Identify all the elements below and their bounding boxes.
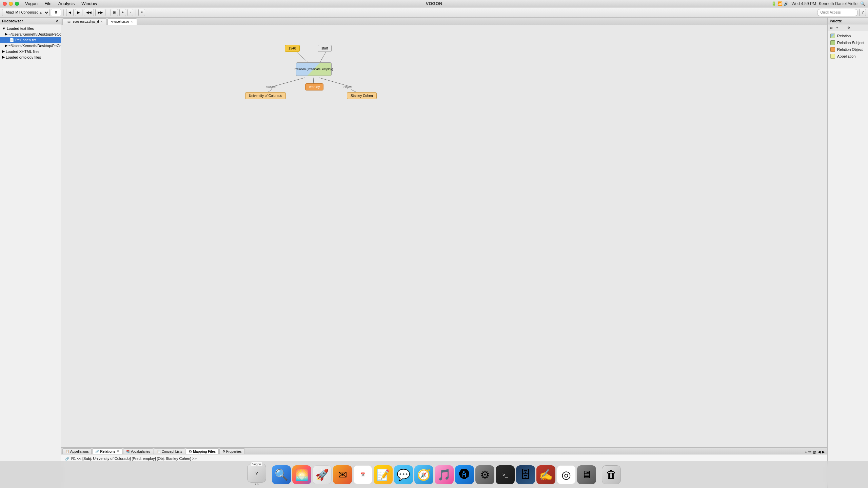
dock-app-scrivener[interactable]: ✍ (536, 465, 555, 484)
dock-app-terminal[interactable]: >_ (496, 465, 515, 484)
palette-panel: Palette ⊞ + - ⚙ Relation Relation Subjec… (827, 18, 868, 488)
bottom-toolbar-edit-icon[interactable]: ✏ (808, 450, 811, 454)
dock-app-preferences[interactable]: ⚙ (475, 465, 494, 484)
bottom-toolbar-delete-icon[interactable]: 🗑 (813, 450, 816, 454)
palette-zoom-in-btn[interactable]: + (835, 25, 840, 30)
spotlight-icon[interactable]: 🔍 (860, 1, 865, 6)
tab-txt-file[interactable]: TXT-300685692.dhps_d ✕ (62, 18, 107, 25)
dock-app-notes[interactable]: 📝 (374, 465, 393, 484)
tab-bar: TXT-300685692.dhps_d ✕ *PeCohen.txt ✕ (61, 18, 827, 25)
minimize-button[interactable] (9, 2, 13, 6)
node-university[interactable]: University of Colorado (245, 92, 286, 99)
calendar-icon: 📅 (360, 472, 365, 477)
dock-app-chrome[interactable]: ◎ (557, 465, 576, 484)
nav-first-btn[interactable]: ◀◀ (84, 9, 94, 16)
university-box[interactable]: University of Colorado (245, 92, 286, 99)
help-btn[interactable]: ? (859, 9, 866, 16)
tab-properties[interactable]: ⚙ Properties (219, 448, 245, 454)
year-box[interactable]: 1948 (285, 45, 300, 52)
dock-app-finder[interactable]: 🔍 (272, 465, 291, 484)
dock-app-photos[interactable]: 🌅 (292, 465, 311, 484)
bottom-toolbar-add-icon[interactable]: + (805, 450, 807, 454)
nav-last-btn[interactable]: ▶▶ (95, 9, 105, 16)
font-size-input[interactable] (51, 9, 61, 16)
tab-pecohen[interactable]: *PeCohen.txt ✕ (107, 18, 137, 25)
maximize-button[interactable] (15, 2, 19, 6)
tree-file-path-1[interactable]: ▶ ~/Users/Kenneth/Desktop/PeCohen.txt (0, 31, 61, 37)
chevron-ont-icon: ▶ (2, 55, 5, 59)
palette-tools: ⊞ + - ⚙ (828, 24, 868, 31)
dock-app-trash[interactable]: 🗑 (602, 465, 621, 484)
menu-analysis[interactable]: Analysis (55, 0, 78, 7)
relation-box[interactable]: Relation (Predicate: employ) (296, 62, 332, 76)
photos-icon: 🌅 (295, 468, 309, 481)
tree-file-path-2[interactable]: ▶ ~/Users/Kenneth/Desktop/PeCohen.txt (0, 43, 61, 48)
palette-item-relation[interactable]: Relation (829, 33, 867, 39)
palette-relation-label: Relation (837, 34, 851, 38)
palette-item-relation-object[interactable]: Relation Object (829, 46, 867, 53)
menu-vogon[interactable]: Vogon (22, 0, 41, 7)
tab-concept-lists[interactable]: 📋 Concept Lists (154, 448, 185, 454)
menu-window[interactable]: Window (78, 0, 100, 7)
layout-btn[interactable]: ≡ (138, 9, 145, 16)
nav-prev-btn[interactable]: ◀ (66, 9, 74, 16)
file-tree: ▼ Loaded text files ▶ ~/Users/Kenneth/De… (0, 24, 61, 488)
palette-zoom-fit-btn[interactable]: ⊞ (829, 25, 834, 30)
node-employ[interactable]: employ (305, 83, 323, 90)
palette-zoom-out-btn[interactable]: - (841, 25, 845, 30)
dock-app-launchpad[interactable]: 🚀 (313, 465, 332, 484)
vocabularies-icon: 📚 (126, 450, 130, 453)
tab-vocabularies[interactable]: 📚 Vocabularies (123, 448, 153, 454)
node-relation[interactable]: Relation (Predicate: employ) (296, 62, 332, 76)
nav-next-btn[interactable]: ▶ (75, 9, 82, 16)
palette-filter-btn[interactable]: ⚙ (846, 25, 851, 30)
palette-item-appellation[interactable]: Appellation (829, 53, 867, 60)
tab-mapping-files[interactable]: 🗂 Mapping Files (186, 448, 219, 454)
node-stanley[interactable]: Stanley Cohen (347, 92, 377, 99)
chevron-xhtml-icon: ▶ (2, 49, 5, 54)
dock-app-system[interactable]: 🖥 (577, 465, 596, 484)
node-year-1948[interactable]: 1948 (285, 45, 300, 52)
zoom-fit-btn[interactable]: ⊞ (111, 9, 118, 16)
tree-section-text-files[interactable]: ▼ Loaded text files (0, 26, 61, 31)
tree-section-xhtml-files[interactable]: ▶ Loaded XHTML files (0, 48, 61, 54)
tree-file-pecohen[interactable]: 📄 PeCohen.txt (0, 37, 61, 43)
dock-vogon[interactable]: V Vogon 1.0 (247, 464, 266, 486)
tree-section-ontology-files[interactable]: ▶ Loaded ontology files (0, 54, 61, 60)
palette-item-relation-subject[interactable]: Relation Subject (829, 39, 867, 46)
tab-pecohen-close-icon[interactable]: ✕ (131, 20, 133, 23)
dock-app-mail[interactable]: ✉ (333, 465, 352, 484)
notes-icon: 📝 (376, 468, 390, 481)
dock-app-sequel[interactable]: 🗄 (516, 465, 535, 484)
relations-icon: 🔗 (95, 450, 99, 453)
font-family-selector[interactable]: Abadi MT Condensed Extra Bold (2, 9, 50, 16)
relation-entry-r1[interactable]: 🔗 R1 << [Subj: University of Colorado] [… (64, 456, 825, 461)
menu-file[interactable]: File (41, 0, 55, 7)
bottom-toolbar-expand-icon[interactable]: ▶ (822, 450, 825, 454)
start-box[interactable]: start (318, 45, 332, 52)
dock-app-calendar[interactable]: 📅 (353, 465, 372, 484)
zoom-in-btn[interactable]: + (119, 9, 126, 16)
tree-file-label: ~/Users/Kenneth/Desktop/PeCohen.txt (8, 32, 61, 36)
tab-relations-close-icon[interactable]: ✕ (117, 450, 119, 453)
graph-canvas[interactable]: 1948 start Relation (Predicate: employ) (61, 25, 827, 447)
dock-app-appstore[interactable]: 🅐 (455, 465, 474, 484)
tab-pecohen-label: *PeCohen.txt (111, 20, 129, 23)
tab-relations[interactable]: 🔗 Relations ✕ (92, 448, 122, 454)
dock-app-itunes[interactable]: 🎵 (435, 465, 454, 484)
tab-appellations[interactable]: 📋 Appellations (62, 448, 92, 454)
close-button[interactable] (3, 2, 7, 6)
zoom-out-btn[interactable]: - (127, 9, 133, 16)
object-label-text: Object (343, 85, 352, 89)
node-start[interactable]: start (318, 45, 332, 52)
stanley-box[interactable]: Stanley Cohen (347, 92, 377, 99)
tab-txt-close-icon[interactable]: ✕ (100, 20, 103, 23)
file-browser-close-icon[interactable]: ✕ (56, 19, 59, 23)
employ-box[interactable]: employ (305, 83, 323, 90)
quick-access-input[interactable] (817, 9, 858, 16)
app-title: VOGON (426, 1, 442, 6)
properties-icon: ⚙ (222, 450, 225, 453)
dock-app-safari[interactable]: 🧭 (414, 465, 433, 484)
bottom-toolbar-collapse-icon[interactable]: ◀ (818, 450, 821, 454)
dock-app-messages[interactable]: 💬 (394, 465, 413, 484)
